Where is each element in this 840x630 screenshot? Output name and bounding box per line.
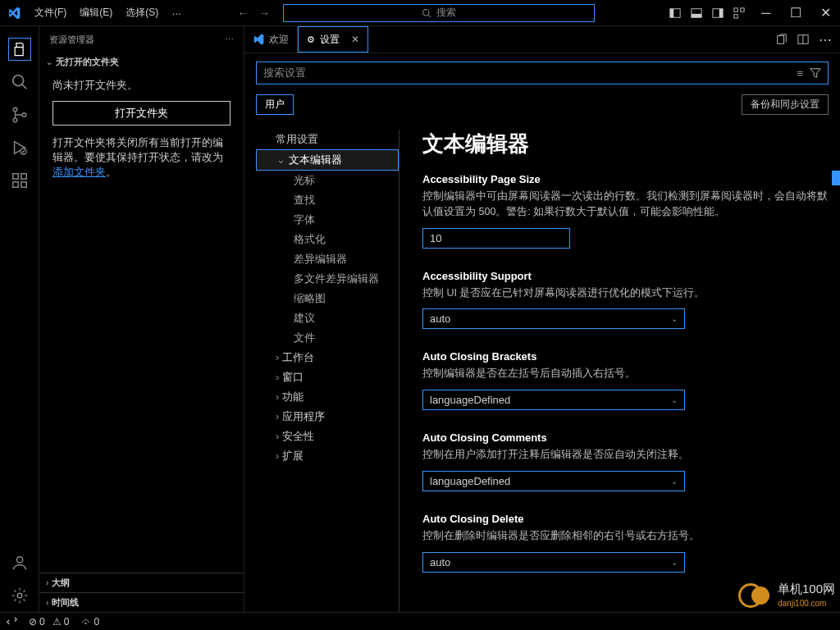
svg-rect-20: [21, 174, 25, 179]
editor-tabs: 欢迎 ⚙ 设置 ✕ ⋯: [244, 26, 840, 53]
toc-font[interactable]: 字体: [256, 210, 399, 230]
customize-layout-icon[interactable]: [733, 7, 745, 19]
menu-bar: 文件(F) 编辑(E) 选择(S) …: [28, 2, 188, 23]
tab-settings[interactable]: ⚙ 设置 ✕: [298, 26, 368, 52]
toc-extensions[interactable]: 扩展: [256, 446, 399, 466]
svg-rect-3: [670, 8, 673, 17]
activity-source-control[interactable]: [0, 98, 39, 131]
close-tab-icon[interactable]: ✕: [351, 34, 359, 45]
command-center-search[interactable]: 搜索: [283, 4, 595, 22]
scrollbar-thumb[interactable]: [832, 171, 840, 185]
settings-icon: ⚙: [307, 34, 315, 45]
svg-point-22: [17, 593, 22, 598]
activity-extensions[interactable]: [0, 164, 39, 197]
toggle-panel-icon[interactable]: [691, 7, 702, 19]
toc-cursor[interactable]: 光标: [256, 171, 399, 190]
tab-welcome[interactable]: 欢迎: [244, 26, 298, 52]
split-editor-icon[interactable]: [797, 34, 809, 45]
svg-point-14: [13, 118, 17, 122]
open-folder-button[interactable]: 打开文件夹: [52, 101, 231, 126]
status-ports[interactable]: 0: [80, 616, 99, 628]
sidebar-footer: ›大纲 ›时间线: [39, 573, 244, 612]
activity-accounts[interactable]: [0, 546, 39, 579]
sidebar-more-icon[interactable]: ⋯: [225, 34, 234, 45]
sidebar-timeline[interactable]: ›时间线: [39, 592, 244, 612]
toc-security[interactable]: 安全性: [256, 427, 399, 446]
sidebar-outline[interactable]: ›大纲: [39, 573, 244, 592]
nav-forward-icon[interactable]: →: [258, 7, 270, 20]
sidebar-title: 资源管理器: [49, 34, 94, 46]
toggle-secondary-sidebar-icon[interactable]: [712, 7, 724, 19]
error-icon: ⊘: [29, 616, 37, 628]
activity-manage-gear[interactable]: [0, 579, 39, 612]
toc-application[interactable]: 应用程序: [256, 407, 399, 427]
add-folder-link[interactable]: 添加文件夹: [52, 166, 106, 178]
toc-text-editor[interactable]: 文本编辑器: [256, 149, 399, 171]
svg-point-26: [85, 623, 87, 624]
setting-accessibility-page-size: Accessibility Page Size 控制编辑器中可由屏幕阅读器一次读…: [422, 173, 829, 249]
search-placeholder: 搜索: [436, 6, 456, 20]
clear-search-icon[interactable]: ≡: [797, 67, 803, 80]
svg-rect-10: [734, 14, 737, 17]
toc-workbench[interactable]: 工作台: [256, 348, 399, 368]
menu-more[interactable]: …: [165, 2, 188, 23]
window-controls: ─ ☐ ✕: [751, 0, 840, 26]
toc-minimap[interactable]: 缩略图: [256, 289, 399, 308]
open-settings-json-icon[interactable]: [776, 34, 788, 45]
toc-features[interactable]: 功能: [256, 387, 399, 407]
sidebar-header: 资源管理器 ⋯: [39, 26, 244, 52]
close-button[interactable]: ✕: [810, 0, 840, 26]
maximize-button[interactable]: ☐: [781, 0, 810, 26]
svg-point-13: [13, 107, 17, 112]
status-problems[interactable]: ⊘0 ⚠0: [29, 616, 69, 628]
setting-auto-closing-delete: Auto Closing Delete 控制在删除时编辑器是否应删除相邻的右引号…: [422, 513, 829, 573]
scope-user-tab[interactable]: 用户: [256, 94, 294, 115]
svg-rect-19: [21, 182, 25, 187]
toc-diff[interactable]: 差异编辑器: [256, 249, 399, 269]
history-nav: ← →: [237, 7, 270, 20]
sidebar-explorer: 资源管理器 ⋯ ⌄ 无打开的文件夹 尚未打开文件夹。 打开文件夹 打开文件夹将关…: [39, 26, 244, 612]
menu-file[interactable]: 文件(F): [28, 2, 73, 23]
remote-indicator[interactable]: [7, 616, 17, 627]
filter-icon[interactable]: [810, 67, 821, 80]
settings-content: 文本编辑器 Accessibility Page Size 控制编辑器中可由屏幕…: [399, 130, 829, 612]
toc-files[interactable]: 文件: [256, 328, 399, 348]
accessibility-page-size-input[interactable]: [422, 228, 570, 249]
sidebar-hint: 打开文件夹将关闭所有当前打开的编辑器。要使其保持打开状态，请改为添加文件夹。: [52, 135, 231, 180]
svg-rect-7: [719, 8, 723, 17]
sidebar-section-no-folder[interactable]: ⌄ 无打开的文件夹: [39, 52, 244, 71]
nav-back-icon[interactable]: ←: [237, 7, 249, 20]
chevron-down-icon: ⌄: [671, 477, 678, 486]
svg-rect-17: [12, 174, 17, 179]
toc-suggestions[interactable]: 建议: [256, 308, 399, 328]
auto-closing-delete-select[interactable]: auto⌄: [422, 552, 685, 573]
activity-run-debug[interactable]: [0, 131, 39, 164]
activity-explorer[interactable]: [0, 33, 39, 66]
auto-closing-brackets-select[interactable]: languageDefined⌄: [422, 390, 685, 410]
minimize-button[interactable]: ─: [751, 0, 781, 26]
settings-search-input[interactable]: 搜索设置 ≡: [256, 62, 829, 84]
auto-closing-comments-select[interactable]: languageDefined⌄: [422, 471, 685, 491]
svg-rect-8: [734, 7, 737, 11]
activity-bar: [0, 26, 39, 612]
activity-search[interactable]: [0, 66, 39, 98]
sidebar-body: 尚未打开文件夹。 打开文件夹 打开文件夹将关闭所有当前打开的编辑器。要使其保持打…: [39, 71, 244, 573]
toc-window[interactable]: 窗口: [256, 368, 399, 387]
layout-controls: [669, 7, 745, 19]
svg-line-12: [21, 84, 26, 89]
titlebar: 文件(F) 编辑(E) 选择(S) … ← → 搜索 ─ ☐ ✕: [0, 0, 840, 26]
toc-common[interactable]: 常用设置: [256, 130, 399, 149]
toc-find[interactable]: 查找: [256, 190, 399, 210]
backup-sync-button[interactable]: 备份和同步设置: [742, 94, 829, 115]
menu-select[interactable]: 选择(S): [119, 2, 165, 23]
accessibility-support-select[interactable]: auto⌄: [422, 308, 685, 329]
watermark-logo-icon: [738, 581, 774, 610]
toggle-primary-sidebar-icon[interactable]: [669, 7, 681, 19]
svg-point-11: [12, 75, 23, 86]
svg-point-21: [16, 557, 22, 563]
toc-multidiff[interactable]: 多文件差异编辑器: [256, 269, 399, 289]
chevron-right-icon: ›: [46, 598, 48, 607]
menu-edit[interactable]: 编辑(E): [73, 2, 119, 23]
toc-formatting[interactable]: 格式化: [256, 230, 399, 249]
more-actions-icon[interactable]: ⋯: [819, 32, 832, 48]
